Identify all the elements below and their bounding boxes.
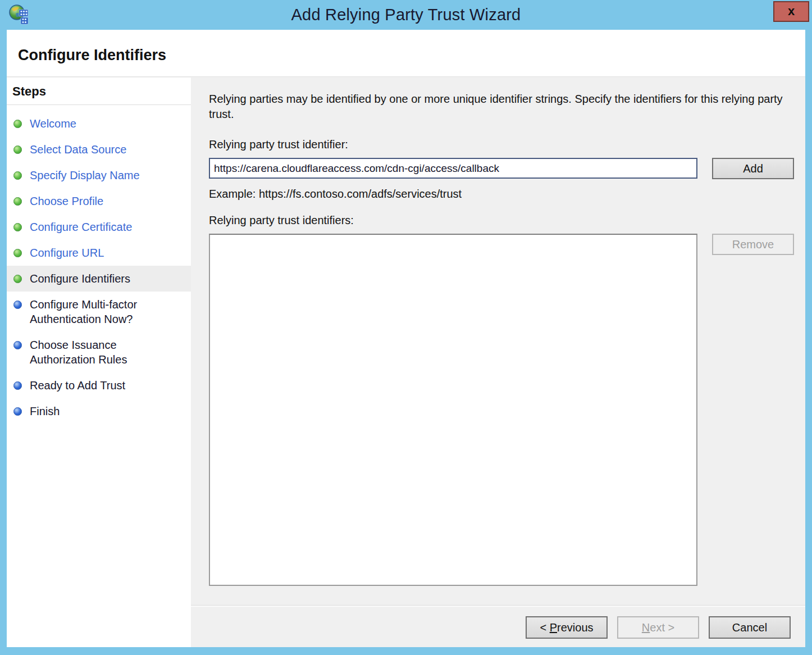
step-completed-icon	[13, 223, 22, 231]
step-configure-url[interactable]: Configure URL	[7, 240, 191, 266]
footer-bar: < Previous Next > Cancel	[191, 606, 805, 647]
next-button[interactable]: Next >	[617, 616, 699, 639]
step-completed-icon	[13, 145, 22, 154]
step-upcoming-icon	[13, 407, 22, 416]
step-choose-profile[interactable]: Choose Profile	[7, 188, 191, 214]
identifier-input-label: Relying party trust identifier:	[209, 138, 794, 151]
identifier-input[interactable]	[209, 158, 697, 179]
main-panel: Relying parties may be identified by one…	[191, 77, 805, 647]
identifiers-list-label: Relying party trust identifiers:	[209, 214, 794, 227]
step-upcoming-icon	[13, 341, 22, 349]
adfs-app-icon	[8, 4, 31, 26]
step-completed-icon	[13, 197, 22, 206]
step-choose-issuance-rules[interactable]: Choose Issuance Authorization Rules	[7, 332, 191, 372]
steps-list: Welcome Select Data Source Specify Displ…	[7, 105, 191, 424]
cancel-button[interactable]: Cancel	[709, 616, 791, 639]
wizard-window: Add Relying Party Trust Wizard x Configu…	[0, 0, 812, 655]
page-header: Configure Identifiers	[7, 30, 805, 77]
step-finish[interactable]: Finish	[7, 398, 191, 424]
step-specify-display-name[interactable]: Specify Display Name	[7, 162, 191, 188]
close-button[interactable]: x	[773, 1, 809, 22]
step-ready-to-add-trust[interactable]: Ready to Add Trust	[7, 372, 191, 398]
example-text: Example: https://fs.contoso.com/adfs/ser…	[209, 188, 794, 201]
steps-sidebar: Steps Welcome Select Data Source Specify…	[7, 77, 191, 647]
step-configure-identifiers[interactable]: Configure Identifiers	[7, 266, 191, 292]
wizard-frame: Configure Identifiers Steps Welcome Sele…	[7, 30, 805, 647]
step-configure-certificate[interactable]: Configure Certificate	[7, 214, 191, 240]
previous-button[interactable]: < Previous	[526, 616, 608, 639]
page-title: Configure Identifiers	[18, 47, 805, 64]
step-welcome[interactable]: Welcome	[7, 111, 191, 137]
titlebar: Add Relying Party Trust Wizard x	[0, 0, 812, 30]
window-title: Add Relying Party Trust Wizard	[291, 6, 521, 24]
step-completed-icon	[13, 249, 22, 257]
step-configure-multifactor[interactable]: Configure Multi-factor Authentication No…	[7, 292, 191, 332]
step-completed-icon	[13, 120, 22, 128]
step-upcoming-icon	[13, 381, 22, 390]
remove-button[interactable]: Remove	[712, 234, 794, 255]
identifiers-listbox[interactable]	[209, 234, 697, 586]
step-current-icon	[13, 275, 22, 283]
intro-text: Relying parties may be identified by one…	[209, 92, 783, 122]
step-select-data-source[interactable]: Select Data Source	[7, 137, 191, 162]
steps-header: Steps	[7, 77, 191, 105]
add-button[interactable]: Add	[712, 158, 794, 179]
step-upcoming-icon	[13, 301, 22, 309]
step-completed-icon	[13, 171, 22, 180]
